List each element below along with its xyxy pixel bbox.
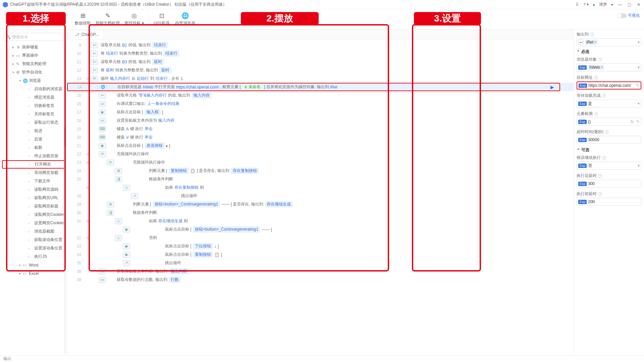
tree-item[interactable]: ◦获取滚动条位置 xyxy=(2,236,65,244)
url-input[interactable]: Exphttps://chat.openai.com/✎ xyxy=(577,81,641,89)
code-line[interactable]: 18▭设置剪贴板文本内容为 输入内容 xyxy=(67,116,574,125)
fold-icon[interactable]: ⊟ xyxy=(85,160,91,165)
help-icon[interactable]: ? xyxy=(602,94,606,98)
code-line[interactable]: 19⌨键盘 A 键 执行 单击 xyxy=(67,125,574,133)
code-line[interactable]: 23⊟⟳无限循环执行操作 xyxy=(67,158,574,167)
chevron-down-icon[interactable]: ▾ xyxy=(638,40,640,45)
output-label[interactable]: 输出 xyxy=(3,356,11,362)
code-line[interactable]: 10↩将 结束行 转换为整数类型, 输出到 结束行 xyxy=(67,49,574,58)
tree-item[interactable]: ◦设置滚动条位置 xyxy=(2,244,65,252)
close-icon[interactable]: ✕ xyxy=(636,2,641,7)
datacapture-button[interactable]: ⊞数据抓取 xyxy=(73,11,93,28)
fold-icon[interactable]: ⊟ xyxy=(85,236,91,240)
smartdoc-button[interactable]: ✎智能文档处理 xyxy=(94,11,121,28)
code-line[interactable]: 13⊟⟳循环 输入内容行 从 起始行 到 结束行 , 步长 1 xyxy=(67,74,574,83)
tree-item[interactable]: ◦执行JS xyxy=(2,252,65,261)
code-line[interactable]: 31⊟◇如果 存在继续生成 则 xyxy=(67,217,574,225)
tree-item[interactable]: ◦读取网页源码 xyxy=(2,185,65,194)
toggle-switch-icon[interactable] xyxy=(617,13,627,18)
tree-item[interactable]: ◦打开网页 xyxy=(2,160,65,169)
edit-icon[interactable]: ✎ xyxy=(636,119,640,124)
help-icon[interactable]: ? xyxy=(598,192,602,196)
timeout-input[interactable]: Exp30000 xyxy=(577,136,641,144)
elem-check-input[interactable]: Exp()fx✎ xyxy=(577,118,641,126)
help-icon[interactable]: ? xyxy=(598,58,602,62)
tree-item[interactable]: ◦绑定浏览器 xyxy=(2,93,65,102)
fold-icon[interactable]: ⊟ xyxy=(85,152,91,156)
code-line[interactable]: 25⇶根据条件判断 xyxy=(67,175,574,183)
tree-item[interactable]: ◦读取网页Cookies xyxy=(2,210,65,219)
code-line[interactable]: 14🌐在目标浏览器 hWeb 中打开页面 https://chat.openai… xyxy=(67,83,574,91)
err-continue-input[interactable]: Exp否▾ xyxy=(577,162,641,170)
edit-icon[interactable]: ✎ xyxy=(636,83,639,88)
code-line[interactable]: 22⊟⟳无限循环执行操作 xyxy=(67,150,574,158)
chevron-down-icon[interactable]: ▾ xyxy=(638,65,640,70)
grid-icon[interactable]: ⠿ xyxy=(576,2,579,7)
fold-icon[interactable]: ⊟ xyxy=(85,185,91,190)
tree-item[interactable]: ◦后退 xyxy=(2,135,65,143)
maximize-icon[interactable]: ▢ xyxy=(627,2,632,7)
code-line[interactable]: 38▭获取剪贴板文本内容, 输出到 输出内容 xyxy=(67,267,574,276)
tree-item[interactable]: ◦获取运行状态 xyxy=(2,118,65,127)
chevron-down-icon[interactable]: ▾ xyxy=(638,101,640,106)
code-line[interactable]: 24≣判断元素 [ 复制按钮📋 ] 是否存在, 输出到 存在复制按钮 xyxy=(67,167,574,175)
wait-load-input[interactable]: Exp是▾ xyxy=(577,100,641,108)
code-line[interactable]: 17◉鼠标点击目标 [ 输入框 ] xyxy=(67,108,574,116)
output-to-input[interactable]: ↩iRet×▾ xyxy=(577,38,641,46)
code-line[interactable]: 16▭向调试窗口输出: 上一条命令的结果 xyxy=(67,100,574,108)
help-icon[interactable]: ? xyxy=(590,33,594,37)
code-line[interactable]: 32⊟◇否则 xyxy=(67,234,574,242)
tree-item[interactable]: ◦浏览器截图 xyxy=(2,227,65,236)
section-optional[interactable]: ⌃可选 xyxy=(577,147,641,153)
remove-icon[interactable]: × xyxy=(600,65,603,70)
tree-item[interactable]: ◦启动新的浏览器 xyxy=(2,85,65,93)
tree-item[interactable]: ◦等待网页加载 xyxy=(2,169,65,177)
fx-icon[interactable]: fx xyxy=(631,119,634,124)
browser-obj-input[interactable]: ExphWeb×▾ xyxy=(577,63,641,71)
remove-icon[interactable]: × xyxy=(594,40,596,45)
fold-icon[interactable]: ⊟ xyxy=(85,219,91,223)
chevron-down-icon[interactable]: ▾ xyxy=(638,163,640,168)
tree-item[interactable]: ◦获取网页URL xyxy=(2,194,65,202)
tree-item[interactable]: ◦切换标签页 xyxy=(2,102,65,110)
tree-item[interactable]: ▾⚙软件自动化 xyxy=(2,68,65,76)
help-icon[interactable]: ? xyxy=(602,156,606,160)
section-required[interactable]: ⌃必选 xyxy=(577,49,641,55)
tree-item[interactable]: ◦关闭标签页 xyxy=(2,110,65,118)
code-line[interactable]: 33◉鼠标点击目标 [ 下拉按钮↓ ] xyxy=(67,242,574,250)
tree-item[interactable]: ▾🌐浏览器 xyxy=(2,76,65,85)
tree-item[interactable]: ◦前进 xyxy=(2,127,65,135)
tree-item[interactable]: ▸▭Excel xyxy=(2,269,65,278)
minimize-icon[interactable]: — xyxy=(617,2,623,7)
tree-item[interactable]: ◦设置网页Cookies xyxy=(2,219,65,227)
tree-item[interactable]: ▸✎智能文档处理 xyxy=(2,60,65,68)
builtin-browser-button[interactable]: 🌐内置浏览器 xyxy=(173,11,197,28)
code-line[interactable]: 21◉鼠标点击目标 [ 发送按钮 ▸ ] xyxy=(67,141,574,150)
code-line[interactable]: 34◉鼠标点击目标 [ 复制按钮📋 ] xyxy=(67,250,574,259)
tree-item[interactable]: ◦下载文件 xyxy=(2,177,65,185)
tree-item[interactable]: ◦获取网页标题 xyxy=(2,202,65,210)
code-line[interactable]: ◉鼠标点击目标 [ 按钮<button>_Continuegenerating1… xyxy=(67,225,574,234)
code-line[interactable]: 26↗跳出循环 xyxy=(67,192,574,200)
code-line[interactable]: 15↩读取单元格 "B"&输入内容行 的值, 输出到 输入内容 xyxy=(67,91,574,100)
fold-icon[interactable]: ⊟ xyxy=(85,76,91,81)
code-line[interactable]: 35↗跳出循环 xyxy=(67,259,574,267)
help-icon[interactable]: ? xyxy=(594,76,598,80)
visual-toggle[interactable]: 可视化 xyxy=(617,13,640,18)
code-line[interactable]: ⊟◇如果 存在复制按钮 则 xyxy=(67,183,574,192)
help-icon[interactable]: ？▾ xyxy=(583,2,589,7)
tree-item[interactable]: ▸▭界面操作 xyxy=(2,51,65,60)
code-line[interactable]: 9↩读取单元格 B2 的值, 输出到 结束行 xyxy=(67,41,574,49)
tab-chatgpt[interactable]: ⎇ ChatGP... xyxy=(70,30,104,39)
tree-item[interactable]: ▸▭Word xyxy=(2,261,65,269)
user-caret-icon[interactable]: ▾ xyxy=(611,2,613,7)
help-icon[interactable]: ? xyxy=(598,174,602,178)
play-icon[interactable]: ▶ xyxy=(550,84,554,90)
code-line[interactable]: 20⌨键盘 V 键 执行 单击 xyxy=(67,133,574,141)
tree-item[interactable]: ◦停止加载页面 xyxy=(2,152,65,160)
post-delay-input[interactable]: Exp300 xyxy=(577,180,641,188)
code-line[interactable]: 30⇶根据条件判断 xyxy=(67,208,574,217)
pre-delay-input[interactable]: Exp200 xyxy=(577,198,641,206)
findtarget-button[interactable]: ◎查找目标 ▾ xyxy=(122,11,146,28)
scrollbar[interactable] xyxy=(64,43,66,354)
